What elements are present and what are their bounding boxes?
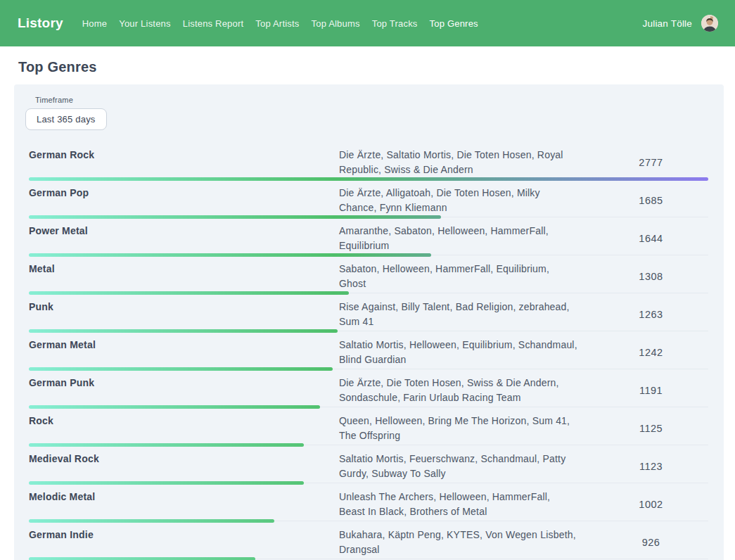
- nav-links: HomeYour ListensListens ReportTop Artist…: [82, 18, 478, 29]
- nav-item-listens-report[interactable]: Listens Report: [183, 18, 244, 29]
- genre-name: Rock: [29, 414, 339, 443]
- genre-row: German Rock Die Ärzte, Saltatio Mortis, …: [29, 141, 708, 179]
- top-genres-card: Timeframe Last 365 days German Rock Die …: [14, 84, 724, 560]
- nav-item-top-tracks[interactable]: Top Tracks: [372, 18, 418, 29]
- genre-top-artists: Unleash The Archers, Helloween, HammerFa…: [339, 490, 578, 519]
- page-title: Top Genres: [18, 59, 735, 75]
- genre-progress-bar: [29, 557, 255, 560]
- genre-row: German Punk Die Ärzte, Die Toten Hosen, …: [29, 369, 708, 407]
- top-navbar: Listory HomeYour ListensListens ReportTo…: [0, 0, 735, 46]
- genre-name: Power Metal: [29, 224, 339, 253]
- genre-row: Power Metal Amaranthe, Sabaton, Hellowee…: [29, 217, 708, 255]
- genre-listen-count: 1002: [639, 499, 663, 510]
- nav-item-home[interactable]: Home: [82, 18, 107, 29]
- nav-item-top-artists[interactable]: Top Artists: [255, 18, 299, 29]
- nav-item-top-albums[interactable]: Top Albums: [312, 18, 360, 29]
- genre-name: German Punk: [29, 376, 339, 405]
- user-avatar-icon[interactable]: [701, 15, 718, 32]
- genre-listen-count: 1263: [639, 309, 663, 320]
- genre-row: German Metal Saltatio Mortis, Helloween,…: [29, 331, 708, 369]
- genre-listen-count: 1308: [639, 271, 663, 282]
- genre-row: German Pop Die Ärzte, Alligatoah, Die To…: [29, 179, 708, 217]
- genre-listen-count: 1123: [639, 461, 663, 472]
- user-name: Julian Tölle: [643, 18, 692, 29]
- genre-top-artists: Amaranthe, Sabaton, Helloween, HammerFal…: [339, 224, 578, 253]
- genre-top-artists: Die Ärzte, Alligatoah, Die Toten Hosen, …: [339, 186, 578, 215]
- genre-progress-bar-fill: [29, 557, 255, 560]
- genre-row: Rock Queen, Helloween, Bring Me The Hori…: [29, 407, 708, 445]
- genre-top-artists: Die Ärzte, Saltatio Mortis, Die Toten Ho…: [339, 148, 578, 177]
- genre-name: German Metal: [29, 338, 339, 367]
- user-menu[interactable]: Julian Tölle: [643, 15, 718, 32]
- genre-name: Punk: [29, 300, 339, 329]
- genre-listen-count: 926: [642, 537, 660, 548]
- genre-top-artists: Die Ärzte, Die Toten Hosen, Swiss & Die …: [339, 376, 578, 405]
- genre-listen-count: 1644: [639, 233, 663, 244]
- genre-row: Melodic Metal Unleash The Archers, Hello…: [29, 483, 708, 521]
- timeframe-select[interactable]: Last 365 days: [25, 108, 107, 130]
- genre-name: German Pop: [29, 186, 339, 215]
- genre-listen-count: 2777: [639, 157, 663, 168]
- genre-list: German Rock Die Ärzte, Saltatio Mortis, …: [29, 141, 708, 559]
- genre-top-artists: Queen, Helloween, Bring Me The Horizon, …: [339, 414, 578, 443]
- nav-item-top-genres[interactable]: Top Genres: [430, 18, 478, 29]
- genre-name: German Rock: [29, 148, 339, 177]
- genre-name: Metal: [29, 262, 339, 291]
- genre-row: Medieval Rock Saltatio Mortis, Feuerschw…: [29, 445, 708, 483]
- genre-listen-count: 1191: [639, 385, 663, 396]
- genre-listen-count: 1685: [639, 195, 663, 206]
- genre-row: Metal Sabaton, Helloween, HammerFall, Eq…: [29, 255, 708, 293]
- timeframe-label: Timeframe: [35, 96, 708, 104]
- genre-name: Melodic Metal: [29, 490, 339, 519]
- genre-top-artists: Bukahara, Käptn Peng, KYTES, Von Wegen L…: [339, 528, 578, 557]
- genre-listen-count: 1242: [639, 347, 663, 358]
- user-photo: [701, 15, 718, 32]
- genre-listen-count: 1125: [639, 423, 663, 434]
- genre-top-artists: Saltatio Mortis, Feuerschwanz, Schandmau…: [339, 452, 578, 481]
- genre-row: Punk Rise Against, Billy Talent, Bad Rel…: [29, 293, 708, 331]
- genre-top-artists: Sabaton, Helloween, HammerFall, Equilibr…: [339, 262, 578, 291]
- genre-name: German Indie: [29, 528, 339, 557]
- app-logo[interactable]: Listory: [18, 15, 63, 31]
- genre-row: German Indie Bukahara, Käptn Peng, KYTES…: [29, 521, 708, 559]
- genre-top-artists: Saltatio Mortis, Helloween, Equilibrium,…: [339, 338, 578, 367]
- nav-item-your-listens[interactable]: Your Listens: [119, 18, 170, 29]
- genre-name: Medieval Rock: [29, 452, 339, 481]
- genre-top-artists: Rise Against, Billy Talent, Bad Religion…: [339, 300, 578, 329]
